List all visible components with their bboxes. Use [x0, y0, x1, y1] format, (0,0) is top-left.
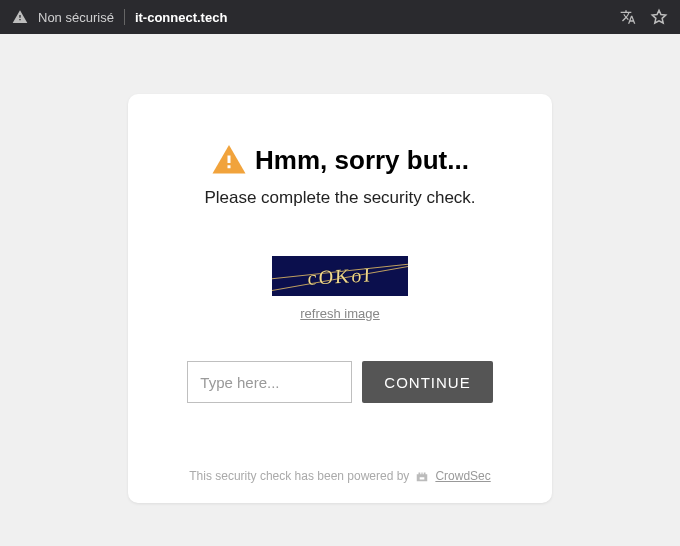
svg-rect-1: [228, 165, 231, 168]
security-status-label: Non sécurisé: [38, 10, 114, 25]
captcha-input-row: CONTINUE: [164, 361, 516, 403]
translate-icon[interactable]: [620, 9, 636, 25]
address-domain[interactable]: it-connect.tech: [135, 10, 227, 25]
crowdsec-link[interactable]: CrowdSec: [435, 469, 490, 483]
page-subtitle: Please complete the security check.: [164, 188, 516, 208]
captcha-text: cOKoI: [272, 256, 408, 296]
captcha-block: cOKoI refresh image: [164, 256, 516, 321]
address-left: Non sécurisé it-connect.tech: [12, 9, 620, 25]
warning-triangle-icon: [211, 142, 247, 178]
address-right: [620, 8, 668, 26]
browser-address-bar: Non sécurisé it-connect.tech: [0, 0, 680, 34]
address-divider: [124, 9, 125, 25]
castle-icon: [415, 469, 429, 483]
continue-button[interactable]: CONTINUE: [362, 361, 492, 403]
page-title: Hmm, sorry but...: [255, 145, 469, 176]
card-footer: This security check has been powered by …: [164, 469, 516, 483]
captcha-input[interactable]: [187, 361, 352, 403]
heading-row: Hmm, sorry but...: [164, 142, 516, 178]
svg-rect-0: [228, 156, 231, 164]
captcha-card: Hmm, sorry but... Please complete the se…: [128, 94, 552, 503]
page-body: Hmm, sorry but... Please complete the se…: [0, 34, 680, 503]
refresh-captcha-link[interactable]: refresh image: [300, 306, 379, 321]
captcha-image: cOKoI: [272, 256, 408, 296]
footer-text: This security check has been powered by: [189, 469, 409, 483]
bookmark-star-icon[interactable]: [650, 8, 668, 26]
insecure-warning-icon: [12, 9, 28, 25]
